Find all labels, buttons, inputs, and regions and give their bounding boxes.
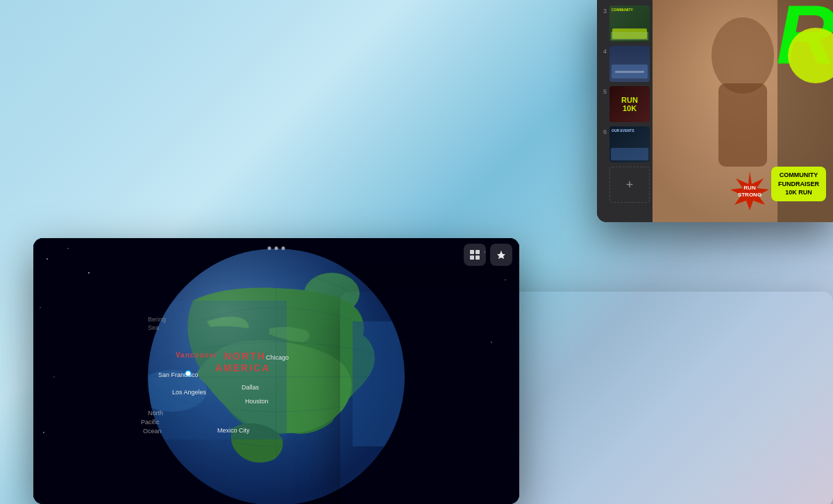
location-button[interactable] — [490, 244, 512, 266]
svg-text:Mexico City: Mexico City — [217, 427, 250, 434]
svg-text:Bering: Bering — [148, 316, 166, 323]
slide-number-6: 6 — [600, 126, 607, 135]
slide-number-3: 3 — [600, 6, 607, 15]
maps-window-dots — [268, 246, 285, 250]
run-strong-badge: RUN STRONG — [729, 170, 771, 212]
svg-text:Vancouver: Vancouver — [176, 351, 217, 359]
svg-text:Pacific: Pacific — [141, 419, 160, 426]
slide-thumb-6[interactable]: 6 OUR EVENTS — [597, 126, 653, 162]
slide-image-6: OUR EVENTS — [609, 126, 650, 162]
slide-image-4 — [609, 46, 650, 82]
runner-background: R COMMUNITYFUNDRAISER10K RUN RUN STRONG — [653, 0, 833, 222]
run-10k-label: RUN10K — [621, 96, 638, 112]
slide-number-4: 4 — [600, 46, 607, 55]
svg-rect-37 — [470, 250, 474, 254]
svg-rect-56 — [718, 83, 767, 167]
slide-image-5: RUN10K — [609, 86, 650, 122]
svg-text:Houston: Houston — [245, 398, 269, 405]
svg-text:Dallas: Dallas — [242, 384, 260, 391]
keynote-main-view: R COMMUNITYFUNDRAISER10K RUN RUN STRONG — [653, 0, 833, 222]
map-view-button[interactable] — [464, 244, 486, 266]
slide-image-3: COMMUNITY — [609, 6, 650, 42]
svg-rect-39 — [470, 255, 474, 260]
keynote-window: 3 COMMUNITY 4 5 — [597, 0, 833, 222]
svg-point-6 — [505, 279, 506, 280]
svg-text:AMERICA: AMERICA — [215, 362, 270, 373]
svg-point-8 — [43, 432, 44, 433]
keynote-main-image: R COMMUNITYFUNDRAISER10K RUN RUN STRONG — [653, 0, 833, 222]
svg-point-7 — [53, 376, 55, 378]
svg-point-55 — [712, 17, 774, 94]
slide-thumb-5[interactable]: 5 RUN10K — [597, 86, 653, 122]
svg-point-3 — [88, 272, 90, 274]
maps-toolbar — [464, 244, 512, 266]
svg-text:RUN: RUN — [743, 185, 756, 191]
svg-point-4 — [40, 307, 41, 308]
mail-panel: Edit Inbox Search Ru — [340, 292, 833, 504]
svg-text:NORTH: NORTH — [224, 351, 266, 362]
slide-thumb-3[interactable]: 3 COMMUNITY — [597, 6, 653, 42]
add-slide-button[interactable]: + — [609, 167, 650, 203]
svg-text:Chicago: Chicago — [266, 354, 289, 361]
slide-number-5: 5 — [600, 86, 607, 95]
slide-thumb-4[interactable]: 4 — [597, 46, 653, 82]
svg-text:San Francisco: San Francisco — [158, 371, 199, 378]
svg-text:Sea: Sea — [148, 324, 159, 331]
svg-point-2 — [67, 248, 69, 249]
svg-text:North: North — [148, 410, 163, 417]
svg-text:Ocean: Ocean — [143, 428, 162, 435]
svg-text:Los Angeles: Los Angeles — [172, 389, 207, 396]
svg-text:STRONG: STRONG — [738, 192, 762, 198]
community-fundraiser-badge: COMMUNITYFUNDRAISER10K RUN — [771, 167, 826, 201]
keynote-slides-panel: 3 COMMUNITY 4 5 — [597, 0, 653, 222]
svg-rect-40 — [476, 255, 480, 260]
svg-point-1 — [47, 258, 48, 260]
badge-text: COMMUNITYFUNDRAISER10K RUN — [778, 171, 819, 197]
svg-rect-38 — [476, 250, 480, 254]
